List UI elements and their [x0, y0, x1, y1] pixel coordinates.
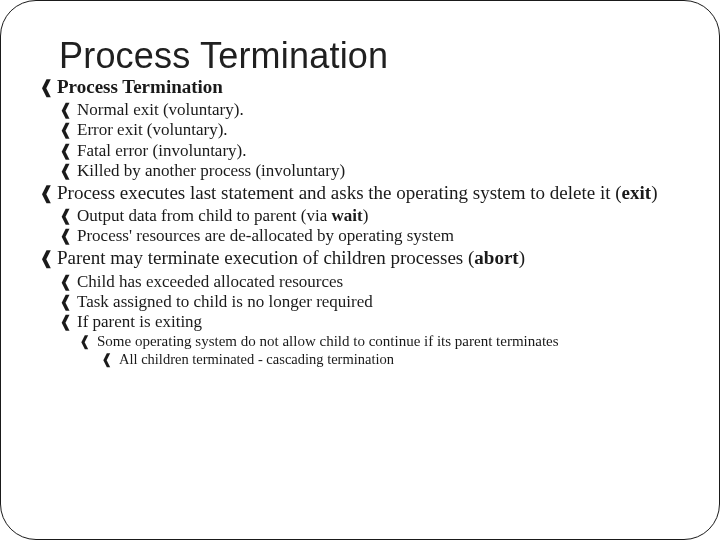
item-text-p0: Output data from child to parent (via: [77, 206, 331, 225]
section-2-title-kw: exit: [622, 182, 652, 203]
section-2-title-p0: Process executes last statement and asks…: [57, 182, 622, 203]
section-3-title-kw: abort: [474, 247, 518, 268]
item-text: Child has exceeded allocated resources: [77, 272, 343, 291]
item-text-p2: ): [363, 206, 369, 225]
slide-body: ❰Process Termination ❰Normal exit (volun…: [37, 76, 683, 369]
bullet-icon: ❰: [101, 352, 119, 369]
list-item: ❰Output data from child to parent (via w…: [37, 206, 683, 226]
list-item: ❰Task assigned to child is no longer req…: [37, 292, 683, 312]
slide-frame: Process Termination ❰Process Termination…: [0, 0, 720, 540]
section-2-title-p2: ): [651, 182, 657, 203]
bullet-icon: ❰: [39, 248, 57, 269]
list-item: ❰Killed by another process (involuntary): [37, 161, 683, 181]
list-item: ❰If parent is exiting: [37, 312, 683, 332]
item-text: All children terminated - cascading term…: [119, 351, 394, 367]
bullet-icon: ❰: [59, 226, 77, 245]
bullet-icon: ❰: [79, 333, 97, 350]
section-heading: ❰Process Termination: [37, 76, 683, 98]
list-item: ❰Child has exceeded allocated resources: [37, 272, 683, 292]
item-text-kw: wait: [331, 206, 362, 225]
section-1-title: Process Termination: [57, 76, 223, 97]
item-text: Some operating system do not allow child…: [97, 333, 559, 349]
item-text: Task assigned to child is no longer requ…: [77, 292, 373, 311]
bullet-icon: ❰: [59, 272, 77, 291]
list-item: ❰Fatal error (involuntary).: [37, 141, 683, 161]
slide-title: Process Termination: [59, 35, 683, 77]
list-item: ❰Normal exit (voluntary).: [37, 100, 683, 120]
section-heading: ❰Parent may terminate execution of child…: [37, 247, 683, 269]
section-3-title-p2: ): [519, 247, 525, 268]
list-item: ❰All children terminated - cascading ter…: [37, 351, 683, 369]
item-text: If parent is exiting: [77, 312, 202, 331]
list-item: ❰Error exit (voluntary).: [37, 120, 683, 140]
bullet-icon: ❰: [39, 77, 57, 98]
bullet-icon: ❰: [59, 141, 77, 160]
section-heading: ❰Process executes last statement and ask…: [37, 182, 683, 204]
bullet-icon: ❰: [39, 183, 57, 204]
item-text: Process' resources are de-allocated by o…: [77, 226, 454, 245]
bullet-icon: ❰: [59, 292, 77, 311]
list-item: ❰Some operating system do not allow chil…: [37, 332, 683, 350]
bullet-icon: ❰: [59, 161, 77, 180]
bullet-icon: ❰: [59, 120, 77, 139]
bullet-icon: ❰: [59, 206, 77, 225]
item-text: Normal exit (voluntary).: [77, 100, 244, 119]
section-3-title-p0: Parent may terminate execution of childr…: [57, 247, 474, 268]
item-text: Error exit (voluntary).: [77, 120, 228, 139]
bullet-icon: ❰: [59, 100, 77, 119]
list-item: ❰Process' resources are de-allocated by …: [37, 226, 683, 246]
bullet-icon: ❰: [59, 312, 77, 331]
item-text: Killed by another process (involuntary): [77, 161, 345, 180]
item-text: Fatal error (involuntary).: [77, 141, 246, 160]
